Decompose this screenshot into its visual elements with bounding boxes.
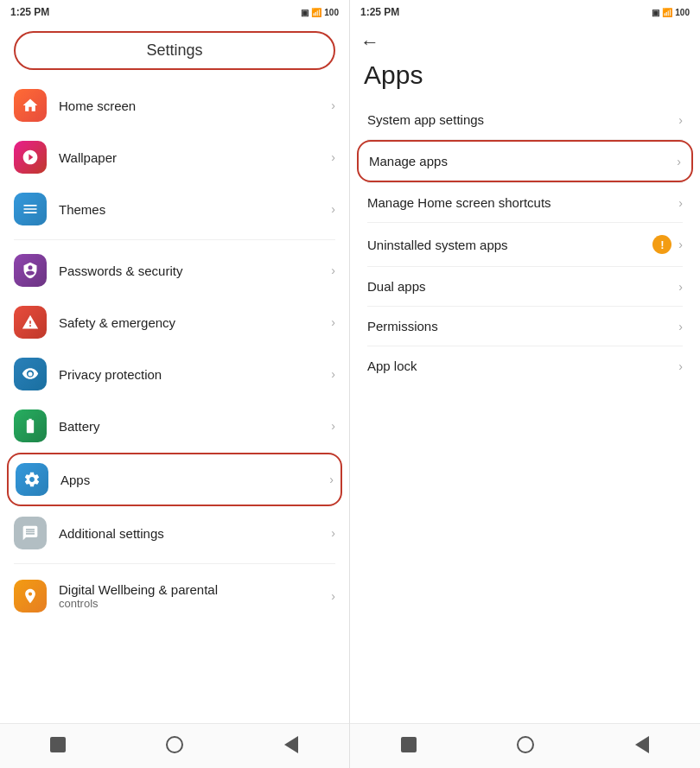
sidebar-item-label-safety: Safety & emergency [59, 315, 331, 330]
home-screen-icon [14, 89, 47, 122]
right-item-system-app-settings[interactable]: System app settings › [357, 100, 693, 139]
right-item-uninstalled-system-apps[interactable]: Uninstalled system apps ! › [357, 223, 693, 266]
right-item-permissions[interactable]: Permissions › [357, 307, 693, 346]
wifi-icon-left: 📶 [311, 8, 321, 17]
sidebar-item-battery[interactable]: Battery › [7, 401, 342, 451]
privacy-icon [14, 358, 47, 390]
sidebar-item-label-passwords: Passwords & security [59, 263, 331, 278]
battery-icon-left: ▣ [301, 8, 309, 17]
chevron-themes: › [331, 202, 335, 216]
apps-icon [16, 463, 48, 496]
home-icon-right [517, 736, 534, 753]
nav-recents-right[interactable] [393, 729, 424, 760]
sidebar-item-privacy[interactable]: Privacy protection › [7, 349, 342, 399]
left-panel: 1:25 PM ▣ 📶 100 Settings Home screen › W… [0, 0, 350, 768]
battery-icon [14, 409, 47, 442]
recents-icon-left [50, 737, 66, 752]
chevron-battery: › [331, 419, 335, 433]
back-icon-right [635, 736, 649, 753]
svg-point-0 [29, 372, 33, 377]
chevron-dual-apps: › [678, 280, 683, 294]
additional-icon [14, 517, 47, 549]
safety-icon [14, 306, 47, 339]
right-item-app-lock[interactable]: App lock › [357, 346, 693, 385]
nav-home-right[interactable] [510, 729, 541, 760]
right-item-label-manage-home-screen: Manage Home screen shortcuts [367, 195, 678, 210]
sidebar-item-label-themes: Themes [59, 202, 331, 217]
divider-1 [14, 239, 335, 240]
sidebar-item-passwords[interactable]: Passwords & security › [7, 245, 342, 295]
nav-back-left[interactable] [276, 729, 307, 760]
right-item-label-dual-apps: Dual apps [367, 279, 678, 294]
sidebar-item-label-privacy: Privacy protection [59, 367, 331, 382]
chevron-system-app-settings: › [678, 113, 683, 127]
sidebar-item-wallpaper[interactable]: Wallpaper › [7, 132, 342, 182]
chevron-uninstalled-system-apps: › [678, 238, 683, 251]
settings-title-wrap: Settings [0, 24, 349, 80]
right-item-label-permissions: Permissions [367, 319, 678, 333]
sidebar-item-digital-wellbeing[interactable]: Digital Wellbeing & parental controls › [7, 571, 342, 621]
sidebar-item-label-home: Home screen [59, 98, 331, 113]
right-item-label-uninstalled-system-apps: Uninstalled system apps [367, 238, 652, 252]
digital-wellbeing-label: Digital Wellbeing & parental controls [59, 582, 331, 610]
right-item-label-manage-apps: Manage apps [369, 154, 677, 168]
right-item-dual-apps[interactable]: Dual apps › [357, 267, 693, 306]
status-bar-right: 1:25 PM ▣ 📶 100 [350, 0, 700, 24]
chevron-app-lock: › [678, 359, 683, 373]
back-icon-left [284, 736, 298, 753]
status-bar-left: 1:25 PM ▣ 📶 100 [0, 0, 349, 24]
bottom-nav-left [0, 723, 349, 768]
right-item-label-system-app-settings: System app settings [367, 112, 678, 127]
bottom-nav-right [350, 723, 700, 768]
wifi-icon-right: 📶 [662, 8, 672, 17]
digital-wellbeing-icon [14, 580, 47, 612]
digital-wellbeing-line1: Digital Wellbeing & parental [59, 582, 331, 597]
status-icons-right: ▣ 📶 100 [652, 8, 690, 17]
chevron-digital: › [331, 589, 335, 603]
nav-recents-left[interactable] [42, 729, 73, 760]
sidebar-item-safety[interactable]: Safety & emergency › [7, 297, 342, 347]
right-panel: 1:25 PM ▣ 📶 100 ← Apps System app settin… [350, 0, 700, 768]
settings-title-button[interactable]: Settings [14, 31, 335, 70]
warning-badge-uninstalled: ! [652, 235, 671, 254]
sidebar-item-home-screen[interactable]: Home screen › [7, 80, 342, 130]
signal-icon-left: 100 [324, 8, 339, 17]
apps-settings-list: System app settings › Manage apps › Mana… [350, 100, 700, 723]
sidebar-item-apps[interactable]: Apps › [7, 453, 342, 506]
nav-home-left[interactable] [159, 729, 190, 760]
chevron-safety: › [331, 315, 335, 329]
chevron-manage-apps: › [677, 155, 681, 168]
status-icons-left: ▣ 📶 100 [301, 8, 339, 17]
sidebar-item-label-additional: Additional settings [59, 526, 331, 541]
chevron-privacy: › [331, 367, 335, 381]
wallpaper-icon [14, 141, 47, 174]
right-header: ← [350, 24, 700, 57]
chevron-additional: › [331, 526, 335, 540]
chevron-manage-home-screen: › [678, 196, 683, 210]
chevron-passwords: › [331, 263, 335, 277]
sidebar-item-label-wallpaper: Wallpaper [59, 150, 331, 165]
chevron-wallpaper: › [331, 150, 335, 164]
right-item-manage-apps[interactable]: Manage apps › [357, 140, 693, 182]
divider-2 [14, 563, 335, 564]
recents-icon-right [401, 737, 417, 752]
sidebar-item-label-apps: Apps [60, 473, 329, 487]
battery-icon-right: ▣ [652, 8, 659, 17]
chevron-apps: › [329, 473, 334, 486]
sidebar-item-label-battery: Battery [59, 419, 331, 434]
home-icon-left [166, 736, 183, 753]
nav-back-right[interactable] [627, 729, 658, 760]
themes-icon [14, 193, 47, 225]
right-item-manage-home-screen[interactable]: Manage Home screen shortcuts › [357, 183, 693, 222]
sidebar-item-additional[interactable]: Additional settings › [7, 508, 342, 558]
time-right: 1:25 PM [360, 6, 399, 18]
back-arrow-button[interactable]: ← [360, 31, 379, 54]
chevron-home: › [331, 98, 335, 112]
passwords-icon [14, 254, 47, 287]
signal-icon-right: 100 [675, 8, 690, 17]
settings-list: Home screen › Wallpaper › Themes › Passw… [0, 80, 349, 723]
apps-page-title: Apps [350, 57, 700, 100]
digital-wellbeing-line2: controls [59, 597, 331, 610]
chevron-permissions: › [678, 320, 683, 333]
sidebar-item-themes[interactable]: Themes › [7, 184, 342, 234]
